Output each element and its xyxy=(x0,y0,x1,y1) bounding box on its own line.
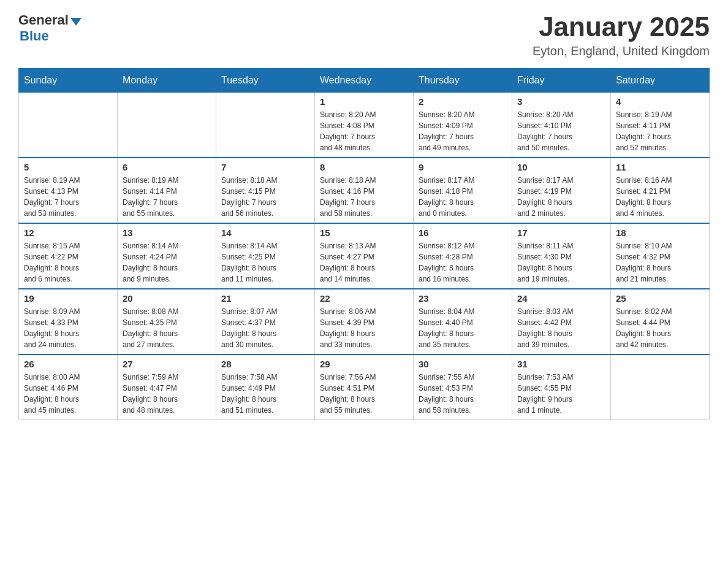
calendar-cell: 29Sunrise: 7:56 AM Sunset: 4:51 PM Dayli… xyxy=(315,354,414,420)
day-info: Sunrise: 8:20 AM Sunset: 4:10 PM Dayligh… xyxy=(517,109,605,153)
calendar-week-row: 26Sunrise: 8:00 AM Sunset: 4:46 PM Dayli… xyxy=(19,354,710,420)
day-info: Sunrise: 8:17 AM Sunset: 4:19 PM Dayligh… xyxy=(517,175,605,219)
day-number: 15 xyxy=(320,228,408,238)
logo-triangle-icon xyxy=(70,18,82,26)
calendar-cell: 31Sunrise: 7:53 AM Sunset: 4:55 PM Dayli… xyxy=(512,354,611,420)
day-number: 19 xyxy=(24,293,112,304)
day-info: Sunrise: 8:18 AM Sunset: 4:16 PM Dayligh… xyxy=(320,175,408,219)
day-number: 10 xyxy=(517,162,605,172)
day-number: 8 xyxy=(320,162,408,172)
day-number: 6 xyxy=(123,162,211,172)
title-section: January 2025 Eyton, England, United King… xyxy=(533,12,710,58)
calendar-week-row: 19Sunrise: 8:09 AM Sunset: 4:33 PM Dayli… xyxy=(19,289,710,354)
calendar-cell xyxy=(611,354,710,420)
calendar-header-row: SundayMondayTuesdayWednesdayThursdayFrid… xyxy=(19,69,710,93)
day-header-thursday: Thursday xyxy=(414,69,512,93)
day-info: Sunrise: 7:56 AM Sunset: 4:51 PM Dayligh… xyxy=(320,372,408,416)
day-info: Sunrise: 8:11 AM Sunset: 4:30 PM Dayligh… xyxy=(517,240,605,285)
day-number: 7 xyxy=(221,162,309,172)
day-number: 20 xyxy=(123,293,211,304)
logo: General Blue xyxy=(18,12,82,44)
day-info: Sunrise: 8:20 AM Sunset: 4:09 PM Dayligh… xyxy=(419,109,507,153)
calendar-cell: 4Sunrise: 8:19 AM Sunset: 4:11 PM Daylig… xyxy=(611,93,710,158)
calendar-cell: 26Sunrise: 8:00 AM Sunset: 4:46 PM Dayli… xyxy=(19,354,118,420)
day-header-monday: Monday xyxy=(118,69,216,93)
day-number: 28 xyxy=(221,359,309,369)
calendar-cell: 9Sunrise: 8:17 AM Sunset: 4:18 PM Daylig… xyxy=(414,158,512,223)
calendar-cell: 3Sunrise: 8:20 AM Sunset: 4:10 PM Daylig… xyxy=(512,93,611,158)
calendar-cell: 21Sunrise: 8:07 AM Sunset: 4:37 PM Dayli… xyxy=(216,289,315,354)
calendar-cell: 7Sunrise: 8:18 AM Sunset: 4:15 PM Daylig… xyxy=(216,158,315,223)
day-number: 30 xyxy=(419,359,507,369)
day-info: Sunrise: 8:02 AM Sunset: 4:44 PM Dayligh… xyxy=(616,306,704,350)
calendar-cell: 24Sunrise: 8:03 AM Sunset: 4:42 PM Dayli… xyxy=(512,289,611,354)
calendar-cell xyxy=(216,93,315,158)
calendar-cell: 28Sunrise: 7:58 AM Sunset: 4:49 PM Dayli… xyxy=(216,354,315,420)
calendar-cell: 16Sunrise: 8:12 AM Sunset: 4:28 PM Dayli… xyxy=(414,223,512,289)
day-header-wednesday: Wednesday xyxy=(315,69,414,93)
day-info: Sunrise: 8:16 AM Sunset: 4:21 PM Dayligh… xyxy=(616,175,704,219)
calendar-cell: 6Sunrise: 8:19 AM Sunset: 4:14 PM Daylig… xyxy=(118,158,216,223)
day-number: 21 xyxy=(221,293,309,304)
day-number: 11 xyxy=(616,162,704,172)
logo-general-text: General xyxy=(18,12,69,28)
calendar-cell: 12Sunrise: 8:15 AM Sunset: 4:22 PM Dayli… xyxy=(19,223,118,289)
day-number: 18 xyxy=(616,228,704,238)
calendar-title: January 2025 xyxy=(533,12,710,42)
day-number: 5 xyxy=(24,162,112,172)
day-header-tuesday: Tuesday xyxy=(216,69,315,93)
day-info: Sunrise: 8:06 AM Sunset: 4:39 PM Dayligh… xyxy=(320,306,408,350)
day-number: 22 xyxy=(320,293,408,304)
day-info: Sunrise: 8:14 AM Sunset: 4:24 PM Dayligh… xyxy=(123,240,211,285)
day-info: Sunrise: 8:14 AM Sunset: 4:25 PM Dayligh… xyxy=(221,240,309,285)
calendar-cell: 27Sunrise: 7:59 AM Sunset: 4:47 PM Dayli… xyxy=(118,354,216,420)
day-number: 23 xyxy=(419,293,507,304)
day-number: 29 xyxy=(320,359,408,369)
day-info: Sunrise: 7:53 AM Sunset: 4:55 PM Dayligh… xyxy=(517,372,605,416)
day-number: 4 xyxy=(616,96,704,107)
calendar-cell: 17Sunrise: 8:11 AM Sunset: 4:30 PM Dayli… xyxy=(512,223,611,289)
day-number: 17 xyxy=(517,228,605,238)
calendar-cell: 14Sunrise: 8:14 AM Sunset: 4:25 PM Dayli… xyxy=(216,223,315,289)
calendar-cell: 20Sunrise: 8:08 AM Sunset: 4:35 PM Dayli… xyxy=(118,289,216,354)
day-info: Sunrise: 7:58 AM Sunset: 4:49 PM Dayligh… xyxy=(221,372,309,416)
day-number: 13 xyxy=(123,228,211,238)
day-info: Sunrise: 8:07 AM Sunset: 4:37 PM Dayligh… xyxy=(221,306,309,350)
day-info: Sunrise: 8:10 AM Sunset: 4:32 PM Dayligh… xyxy=(616,240,704,285)
calendar-cell: 19Sunrise: 8:09 AM Sunset: 4:33 PM Dayli… xyxy=(19,289,118,354)
day-info: Sunrise: 8:03 AM Sunset: 4:42 PM Dayligh… xyxy=(517,306,605,350)
calendar-subtitle: Eyton, England, United Kingdom xyxy=(533,44,710,58)
day-info: Sunrise: 8:13 AM Sunset: 4:27 PM Dayligh… xyxy=(320,240,408,285)
calendar-cell: 22Sunrise: 8:06 AM Sunset: 4:39 PM Dayli… xyxy=(315,289,414,354)
calendar-week-row: 1Sunrise: 8:20 AM Sunset: 4:08 PM Daylig… xyxy=(19,93,710,158)
day-number: 12 xyxy=(24,228,112,238)
calendar-cell: 5Sunrise: 8:19 AM Sunset: 4:13 PM Daylig… xyxy=(19,158,118,223)
calendar-cell: 11Sunrise: 8:16 AM Sunset: 4:21 PM Dayli… xyxy=(611,158,710,223)
day-info: Sunrise: 8:20 AM Sunset: 4:08 PM Dayligh… xyxy=(320,109,408,153)
day-number: 3 xyxy=(517,96,605,107)
day-number: 16 xyxy=(419,228,507,238)
day-header-saturday: Saturday xyxy=(611,69,710,93)
day-number: 24 xyxy=(517,293,605,304)
calendar-cell: 13Sunrise: 8:14 AM Sunset: 4:24 PM Dayli… xyxy=(118,223,216,289)
day-info: Sunrise: 8:19 AM Sunset: 4:13 PM Dayligh… xyxy=(24,175,112,219)
day-header-friday: Friday xyxy=(512,69,611,93)
calendar-cell: 15Sunrise: 8:13 AM Sunset: 4:27 PM Dayli… xyxy=(315,223,414,289)
calendar-cell: 23Sunrise: 8:04 AM Sunset: 4:40 PM Dayli… xyxy=(414,289,512,354)
calendar-week-row: 5Sunrise: 8:19 AM Sunset: 4:13 PM Daylig… xyxy=(19,158,710,223)
calendar-cell: 2Sunrise: 8:20 AM Sunset: 4:09 PM Daylig… xyxy=(414,93,512,158)
day-number: 26 xyxy=(24,359,112,369)
logo-blue-text: Blue xyxy=(20,28,49,44)
day-number: 9 xyxy=(419,162,507,172)
day-info: Sunrise: 8:08 AM Sunset: 4:35 PM Dayligh… xyxy=(123,306,211,350)
day-info: Sunrise: 8:18 AM Sunset: 4:15 PM Dayligh… xyxy=(221,175,309,219)
day-number: 2 xyxy=(419,96,507,107)
day-header-sunday: Sunday xyxy=(19,69,118,93)
calendar-cell: 18Sunrise: 8:10 AM Sunset: 4:32 PM Dayli… xyxy=(611,223,710,289)
calendar-cell: 10Sunrise: 8:17 AM Sunset: 4:19 PM Dayli… xyxy=(512,158,611,223)
calendar-cell: 1Sunrise: 8:20 AM Sunset: 4:08 PM Daylig… xyxy=(315,93,414,158)
calendar-cell: 25Sunrise: 8:02 AM Sunset: 4:44 PM Dayli… xyxy=(611,289,710,354)
day-info: Sunrise: 7:59 AM Sunset: 4:47 PM Dayligh… xyxy=(123,372,211,416)
day-number: 25 xyxy=(616,293,704,304)
day-number: 14 xyxy=(221,228,309,238)
